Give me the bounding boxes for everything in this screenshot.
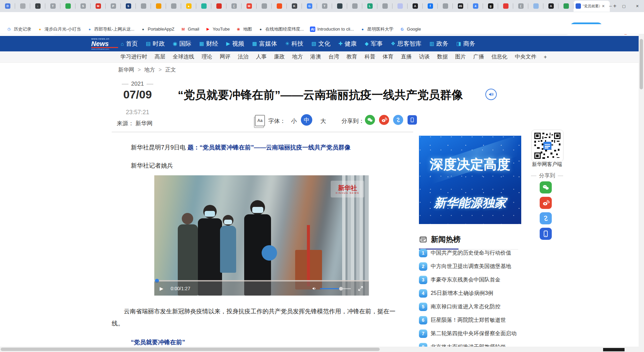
main-nav-item[interactable]: ⌂ 首页 bbox=[117, 40, 142, 48]
sub-nav-item[interactable]: 广播 bbox=[470, 53, 488, 60]
bookmark-item[interactable]: ● 漫步白月光-小叮当 bbox=[34, 25, 84, 33]
browser-tab[interactable]: ( bbox=[226, 0, 241, 12]
bookmark-item[interactable]: G Google bbox=[396, 26, 424, 33]
browser-tab[interactable] bbox=[136, 0, 151, 12]
breadcrumb-section[interactable]: 地方 bbox=[144, 67, 155, 73]
sub-nav-item[interactable]: 高层 bbox=[151, 53, 169, 60]
minimize-button[interactable]: ─ bbox=[604, 0, 617, 12]
font-large-button[interactable]: 大 bbox=[320, 117, 326, 125]
browser-tab[interactable] bbox=[60, 0, 75, 12]
browser-tab[interactable]: g bbox=[483, 0, 498, 12]
bookmark-item[interactable]: ◷ 历史记录 bbox=[3, 25, 34, 33]
browser-tab[interactable] bbox=[438, 0, 453, 12]
sub-nav-item[interactable]: + bbox=[540, 54, 550, 60]
read-aloud-button[interactable] bbox=[485, 89, 497, 100]
browser-tab[interactable]: A bbox=[543, 0, 558, 12]
hot-news-text[interactable]: 巨星陨落！两院院士郑哲敏逝世 bbox=[431, 317, 506, 324]
sub-nav-item[interactable]: 网评 bbox=[216, 53, 234, 60]
browser-tab[interactable]: K bbox=[287, 0, 302, 12]
bookmark-item[interactable]: ● PortableAppZ bbox=[138, 26, 178, 33]
hot-news-item[interactable]: 4 25日新增本土确诊病例3例 bbox=[419, 287, 522, 300]
hot-news-item[interactable]: 7 第二轮第四批中央环保督察全面启动 bbox=[419, 327, 522, 340]
hot-news-text[interactable]: 南京禄口街道进入常态化防控 bbox=[431, 303, 500, 310]
video-player[interactable]: 新华社 XINHUA NEWS ▶ 0:00/1:27 bbox=[154, 175, 369, 296]
close-button[interactable]: ✕ bbox=[631, 0, 644, 12]
font-small-button[interactable]: 小 bbox=[291, 117, 297, 125]
browser-tab[interactable]: 5 bbox=[121, 0, 136, 12]
main-nav-item[interactable]: ▦ 财经 bbox=[195, 40, 222, 48]
main-nav-item[interactable]: ▶ 视频 bbox=[222, 40, 249, 48]
hot-news-item[interactable]: 2 中方向世卫提出调查美国德堡基地 bbox=[419, 260, 522, 273]
browser-tab[interactable]: ▲ bbox=[181, 0, 196, 12]
browser-tab[interactable]: L bbox=[362, 0, 377, 12]
browser-tab[interactable] bbox=[257, 0, 272, 12]
sub-nav-item[interactable]: 理论 bbox=[198, 53, 216, 60]
main-nav-item[interactable]: ◆ 军事 bbox=[361, 40, 387, 48]
xinhuanet-logo[interactable]: www.news.cn News www.xinhuanet.com bbox=[91, 37, 118, 50]
browser-tab[interactable] bbox=[528, 0, 543, 12]
browser-tab[interactable]: M bbox=[241, 0, 257, 12]
hot-news-item[interactable]: 5 南京禄口街道进入常态化防控 bbox=[419, 300, 522, 313]
fullscreen-icon[interactable] bbox=[358, 285, 364, 292]
browser-tab[interactable]: ⚙ bbox=[0, 0, 15, 12]
browser-tab[interactable] bbox=[151, 0, 166, 12]
sub-nav-item[interactable]: 访谈 bbox=[415, 53, 433, 60]
horizontal-scrollbar[interactable] bbox=[0, 347, 644, 352]
browser-tab[interactable]: ↓ bbox=[30, 0, 45, 12]
sub-nav-item[interactable]: 港澳 bbox=[307, 53, 325, 60]
main-nav-item[interactable]: ◉ 国际 bbox=[169, 40, 195, 48]
sub-nav-item[interactable]: 学习进行时 bbox=[117, 53, 151, 60]
main-nav-item[interactable]: ❖ 思客智库 bbox=[387, 40, 425, 48]
hot-news-text[interactable]: 中国共产党的历史使命与行动价值 bbox=[431, 250, 511, 257]
browser-tab[interactable]: G bbox=[302, 0, 317, 12]
bookmark-item[interactable]: ◉ 地图 bbox=[233, 25, 255, 33]
sub-nav-item[interactable]: 体育 bbox=[379, 53, 397, 60]
browser-tab[interactable] bbox=[347, 0, 362, 12]
browser-tab[interactable] bbox=[196, 0, 211, 12]
sub-nav-item[interactable]: 全球连线 bbox=[169, 53, 198, 60]
share-qq-button[interactable] bbox=[393, 115, 403, 125]
browser-tab[interactable] bbox=[558, 0, 574, 12]
main-nav-item[interactable]: ▩ 富媒体 bbox=[248, 40, 281, 48]
sub-nav-item[interactable]: 台湾 bbox=[325, 53, 343, 60]
browser-tab[interactable] bbox=[166, 0, 181, 12]
play-button[interactable]: ▶ bbox=[160, 286, 163, 291]
breadcrumb-site[interactable]: 新华网 bbox=[118, 67, 134, 73]
browser-tab[interactable] bbox=[15, 0, 30, 12]
bookmark-item[interactable]: ● 昆明医科大学 bbox=[357, 25, 396, 33]
browser-tab[interactable] bbox=[392, 0, 408, 12]
bookmark-item[interactable]: AI Introduction to cli... bbox=[307, 26, 357, 33]
main-nav-item[interactable]: ✚ 健康 bbox=[334, 40, 361, 48]
share-wechat-button[interactable] bbox=[365, 115, 375, 125]
sub-nav-item[interactable]: 图片 bbox=[451, 53, 470, 60]
hot-news-text[interactable]: 李豪夺东京残奥会中国队首金 bbox=[431, 276, 500, 283]
sub-nav-item[interactable]: 地方 bbox=[288, 53, 307, 60]
browser-tab[interactable] bbox=[272, 0, 287, 12]
main-nav-item[interactable]: ▤ 时政 bbox=[142, 40, 169, 48]
browser-tab[interactable]: f bbox=[423, 0, 438, 12]
main-nav-item[interactable]: ◨ 商务 bbox=[452, 40, 479, 48]
sub-nav-item[interactable]: 直播 bbox=[397, 53, 415, 60]
sub-nav-item[interactable]: 中央文件 bbox=[511, 53, 540, 60]
maximize-button[interactable]: ▢ bbox=[617, 0, 631, 12]
sidebar-share-mobile[interactable] bbox=[540, 228, 552, 240]
browser-tab[interactable]: T bbox=[317, 0, 332, 12]
sub-nav-item[interactable]: 法治 bbox=[234, 53, 252, 60]
volume-slider[interactable] bbox=[320, 288, 351, 289]
sub-nav-item[interactable]: 人事 bbox=[252, 53, 270, 60]
browser-tab[interactable] bbox=[332, 0, 347, 12]
browser-tab[interactable]: T bbox=[45, 0, 60, 12]
browser-tab[interactable] bbox=[377, 0, 392, 12]
main-nav-item[interactable]: ▥ 政务 bbox=[426, 40, 452, 48]
main-nav-item[interactable]: ▧ 文化 bbox=[308, 40, 334, 48]
volume-handle[interactable] bbox=[339, 287, 343, 291]
hot-news-item[interactable]: 1 中国共产党的历史使命与行动价值 bbox=[419, 246, 522, 260]
browser-tab[interactable]: 45 bbox=[453, 0, 468, 12]
browser-tab[interactable]: 4 bbox=[468, 0, 483, 12]
sidebar-share-weibo[interactable] bbox=[540, 197, 552, 209]
bookmark-item[interactable]: ▶ YouTube bbox=[202, 26, 233, 33]
browser-tab[interactable] bbox=[211, 0, 226, 12]
bookmark-item[interactable]: ● 在线地图经度纬度... bbox=[255, 25, 307, 33]
share-weibo-button[interactable] bbox=[379, 115, 389, 125]
horizontal-scroll-thumb[interactable] bbox=[1, 348, 380, 351]
